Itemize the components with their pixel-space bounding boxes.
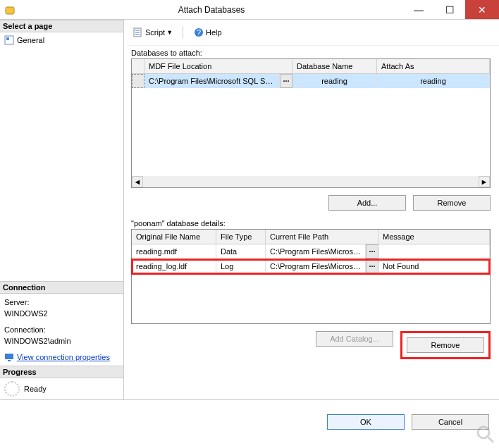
- col-file-type[interactable]: File Type: [216, 230, 266, 244]
- page-icon: [4, 35, 14, 45]
- server-label: Server:: [4, 297, 119, 309]
- page-general[interactable]: General: [4, 35, 119, 45]
- attach-row[interactable]: C:\Program Files\Microsoft SQL Ser... ..…: [132, 74, 490, 88]
- remove-details-button[interactable]: Remove: [407, 337, 484, 353]
- connection-header: Connection: [0, 281, 123, 294]
- svg-rect-4: [8, 360, 11, 361]
- help-icon: ?: [193, 27, 204, 38]
- col-original-file-name[interactable]: Original File Name: [132, 230, 216, 244]
- details-table: Original File Name File Type Current Fil…: [131, 229, 491, 324]
- cell-attach-as[interactable]: reading: [377, 74, 490, 88]
- dialog-footer: OK Cancel: [0, 400, 499, 435]
- scroll-right-icon[interactable]: ►: [479, 176, 490, 187]
- cell-orig-1: reading_log.ldf: [132, 259, 216, 273]
- ok-button[interactable]: OK: [327, 414, 405, 430]
- connection-label: Connection:: [4, 324, 119, 336]
- cell-orig-0: reading.mdf: [132, 244, 216, 259]
- page-general-label: General: [17, 36, 44, 44]
- help-label: Help: [206, 28, 222, 37]
- remove-highlight: Remove: [400, 331, 491, 359]
- progress-spinner-icon: [4, 381, 20, 397]
- maximize-button[interactable]: ☐: [434, 0, 465, 19]
- cell-dbname: reading: [292, 74, 377, 88]
- close-button[interactable]: ✕: [465, 0, 499, 19]
- title-bar: Attach Databases — ☐ ✕: [0, 0, 499, 20]
- app-icon: [4, 4, 16, 15]
- window-title: Attach Databases: [20, 5, 403, 15]
- cell-msg-1: Not Found: [378, 259, 490, 273]
- col-current-file-path[interactable]: Current File Path: [266, 230, 378, 244]
- add-catalog-button: Add Catalog...: [316, 331, 393, 347]
- databases-to-attach-label: Databases to attach:: [127, 46, 499, 58]
- row-selector[interactable]: [132, 74, 144, 88]
- script-label: Script: [145, 28, 165, 37]
- dropdown-arrow-icon: ▼: [166, 29, 173, 36]
- browse-path-0-button[interactable]: ...: [366, 244, 378, 259]
- script-icon: [133, 27, 144, 38]
- browse-mdf-button[interactable]: ...: [280, 74, 292, 88]
- add-button[interactable]: Add...: [328, 195, 406, 211]
- browse-path-1-button[interactable]: ...: [366, 259, 378, 273]
- left-sidebar: Select a page General Connection Server:…: [0, 20, 124, 399]
- view-connection-properties-link[interactable]: View connection properties: [17, 351, 110, 363]
- script-button[interactable]: Script ▼: [130, 25, 175, 39]
- svg-point-8: [478, 427, 489, 438]
- cell-curpath-1: C:\Program Files\Microso...: [266, 259, 366, 273]
- col-mdf-location[interactable]: MDF File Location: [144, 59, 292, 73]
- cell-msg-0: [378, 244, 490, 259]
- minimize-button[interactable]: —: [403, 0, 434, 19]
- toolbar-separator: [183, 26, 183, 39]
- select-page-header: Select a page: [0, 20, 123, 32]
- server-value: WINDOWS2: [4, 308, 119, 320]
- cell-ftype-0: Data: [216, 244, 266, 259]
- col-message[interactable]: Message: [378, 230, 490, 244]
- help-button[interactable]: ? Help: [190, 25, 225, 39]
- database-details-label: "poonam" database details:: [127, 216, 499, 229]
- cell-curpath-0: C:\Program Files\Microso...: [266, 244, 366, 259]
- attach-table: MDF File Location Database Name Attach A…: [131, 58, 491, 188]
- svg-text:?: ?: [197, 28, 201, 37]
- scroll-left-icon[interactable]: ◄: [132, 176, 143, 187]
- col-database-name[interactable]: Database Name: [292, 59, 377, 73]
- cell-ftype-1: Log: [216, 259, 266, 273]
- magnifier-watermark-icon: [475, 424, 496, 445]
- monitor-icon: [4, 352, 14, 362]
- remove-attach-button[interactable]: Remove: [413, 195, 491, 211]
- details-row-log[interactable]: reading_log.ldf Log C:\Program Files\Mic…: [132, 259, 490, 274]
- details-row-data[interactable]: reading.mdf Data C:\Program Files\Micros…: [132, 244, 490, 259]
- horizontal-scrollbar[interactable]: ◄ ►: [132, 176, 490, 187]
- col-attach-as[interactable]: Attach As: [377, 59, 490, 73]
- svg-rect-3: [5, 354, 13, 359]
- svg-rect-2: [6, 37, 9, 40]
- progress-header: Progress: [0, 366, 123, 378]
- toolbar: Script ▼ ? Help: [127, 24, 499, 46]
- progress-status: Ready: [24, 385, 47, 393]
- svg-line-9: [488, 437, 493, 442]
- cell-mdf-path: C:\Program Files\Microsoft SQL Ser...: [144, 74, 280, 88]
- connection-value: WINDOWS2\admin: [4, 335, 119, 347]
- svg-rect-0: [6, 7, 14, 14]
